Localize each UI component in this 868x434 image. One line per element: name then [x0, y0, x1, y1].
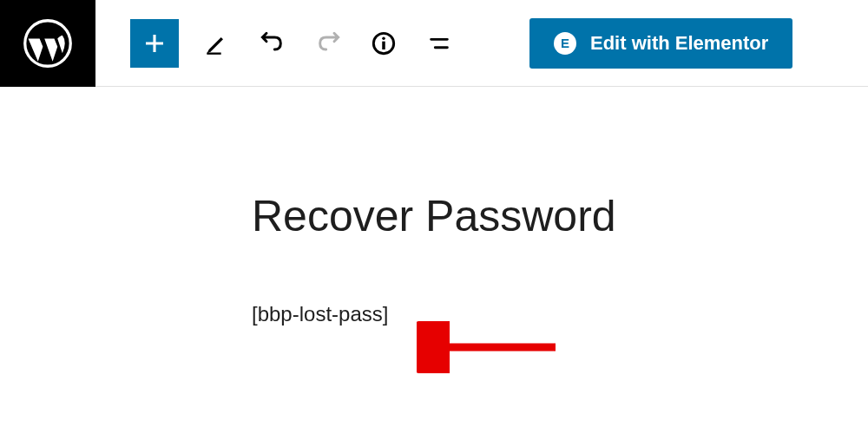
elementor-button-label: Edit with Elementor: [590, 32, 768, 55]
pencil-icon: [205, 31, 229, 56]
edit-tool[interactable]: [200, 26, 234, 61]
outline-button[interactable]: [422, 26, 457, 61]
wordpress-logo[interactable]: [0, 0, 95, 87]
elementor-badge-icon: E: [554, 32, 576, 55]
annotation-arrow: [417, 321, 573, 373]
redo-icon: [316, 31, 340, 56]
editor-toolbar: E Edit with Elementor: [0, 0, 868, 87]
toolbar-tools: E Edit with Elementor: [95, 18, 792, 69]
undo-button[interactable]: [255, 26, 290, 61]
editor-content: Recover Password [bbp-lost-pass]: [0, 87, 868, 326]
add-block-button[interactable]: [130, 19, 179, 68]
edit-elementor-button[interactable]: E Edit with Elementor: [529, 18, 792, 69]
info-icon: [372, 31, 396, 56]
wordpress-logo-icon: [22, 17, 74, 69]
info-button[interactable]: [366, 26, 401, 61]
svg-point-3: [382, 36, 385, 40]
redo-button[interactable]: [311, 26, 345, 61]
svg-rect-4: [382, 41, 385, 49]
post-body-shortcode[interactable]: [bbp-lost-pass]: [252, 302, 868, 326]
svg-rect-1: [207, 52, 220, 54]
list-icon: [427, 31, 451, 56]
plus-icon: [141, 30, 168, 56]
post-title[interactable]: Recover Password: [252, 191, 868, 241]
undo-icon: [260, 31, 285, 56]
